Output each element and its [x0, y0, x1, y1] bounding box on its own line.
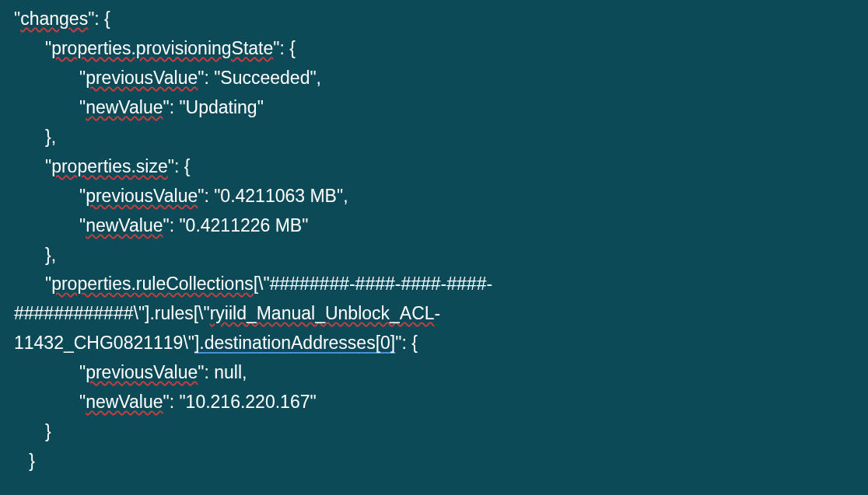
code-line: "properties.provisioningState": { — [0, 34, 868, 64]
code-line: "newValue": "0.4211226 MB" — [0, 211, 868, 241]
word-rulecollections: properties.ruleCollections — [51, 274, 254, 294]
value-updating: Updating — [186, 97, 257, 117]
value-prev-size: 0.4211063 MB — [220, 186, 337, 206]
code-line: "newValue": "Updating" — [0, 93, 868, 123]
word-destaddr: ].destinationAddresses[0] — [194, 333, 395, 353]
code-line: "previousValue": null, — [0, 358, 868, 388]
code-line: } — [0, 447, 868, 476]
code-line: "properties.size": { — [0, 152, 868, 182]
word-previousvalue: previousValue — [86, 362, 198, 382]
code-line: "newValue": "10.216.220.167" — [0, 388, 868, 417]
word-ryiild: ryiild_Manual_Unblock_ACL — [210, 303, 435, 323]
code-line: "previousValue": "0.4211063 MB", — [0, 182, 868, 211]
word-changes: changes — [20, 9, 88, 29]
word-chg: 11432_CHG0821119\" — [14, 333, 194, 353]
code-line: "changes": { — [0, 5, 868, 34]
value-ip: 10.216.220.167 — [186, 392, 310, 412]
code-line: ############\"].rules[\"ryiild_Manual_Un… — [0, 299, 868, 329]
word-newvalue: newValue — [86, 97, 163, 117]
code-line: }, — [0, 241, 868, 270]
word-previousvalue: previousValue — [86, 186, 198, 206]
code-line: }, — [0, 123, 868, 152]
word-previousvalue: previousValue — [86, 68, 198, 88]
code-block: "changes": { "properties.provisioningSta… — [0, 5, 868, 476]
word-provisioning: properties.provisioningState — [51, 38, 273, 58]
word-mask2: ############\"].rules[\" — [14, 303, 210, 323]
value-succeeded: Succeeded — [220, 68, 310, 88]
value-null: null — [214, 362, 242, 382]
code-line: "properties.ruleCollections[\"########-#… — [0, 270, 868, 299]
word-newvalue: newValue — [86, 215, 163, 235]
code-line: } — [0, 417, 868, 447]
word-mask: [\"########-####-####-####- — [254, 274, 492, 294]
word-propsize: properties.size — [51, 156, 168, 176]
word-newvalue: newValue — [86, 392, 163, 412]
code-line: 11432_CHG0821119\"].destinationAddresses… — [0, 329, 868, 358]
value-new-size: 0.4211226 MB — [186, 215, 303, 235]
code-line: "previousValue": "Succeeded", — [0, 64, 868, 93]
